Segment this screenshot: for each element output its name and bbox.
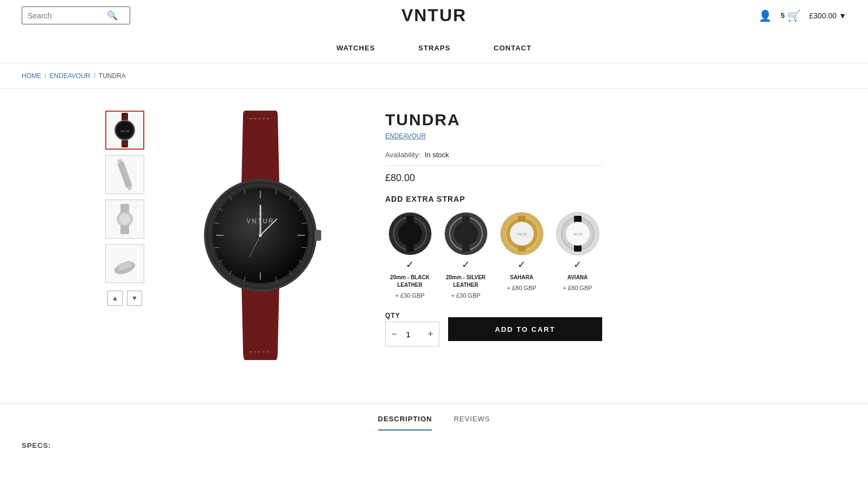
header: 🔍 VNTUR 👤 5 🛒 £300.00 ▼ (0, 0, 868, 31)
nav-item-watches[interactable]: WATCHES (336, 44, 375, 52)
strap-name-4: AVIANA (567, 274, 588, 281)
strap-price-1: + £30 GBP (395, 292, 424, 299)
product-info: TUNDRA ENDEAVOUR Availability: In stock … (374, 111, 602, 360)
qty-input[interactable] (403, 322, 422, 346)
qty-label: QTY (385, 312, 439, 319)
search-icon: 🔍 (107, 10, 118, 21)
availability-value: In stock (425, 151, 449, 159)
nav-item-contact[interactable]: CONTACT (494, 44, 532, 52)
strap-check-1: ✓ (406, 259, 414, 271)
strap-check-4: ✓ (573, 259, 582, 271)
svg-rect-49 (406, 216, 414, 222)
main-nav: WATCHES STRAPS CONTACT (0, 31, 868, 63)
svg-text:VNTUR: VNTUR (573, 233, 583, 236)
availability-label: Availability: (385, 151, 420, 159)
qty-increase-button[interactable]: + (422, 322, 439, 346)
thumb-down-button[interactable]: ▼ (127, 291, 142, 306)
thumbnail-1[interactable]: VNTUR (105, 111, 144, 150)
search-input[interactable] (28, 11, 104, 20)
cart-count: 5 (781, 11, 784, 20)
extra-strap-title: ADD EXTRA STRAP (385, 195, 602, 203)
qty-decrease-button[interactable]: − (386, 322, 403, 346)
breadcrumb: HOME / ENDEAVOUR / TUNDRA (0, 63, 868, 89)
cart-icon: 🛒 (787, 9, 801, 22)
user-icon[interactable]: 👤 (758, 9, 772, 22)
header-right: 👤 5 🛒 £300.00 ▼ (758, 9, 846, 22)
svg-point-55 (454, 222, 478, 246)
tab-description[interactable]: DESCRIPTION (378, 415, 432, 431)
breadcrumb-sep-1: / (44, 72, 46, 80)
strap-image-1 (388, 212, 432, 255)
strap-price-2: + £30 GBP (451, 292, 480, 299)
svg-rect-18 (315, 230, 321, 241)
strap-image-3: VNTUR (500, 212, 544, 255)
availability-row: Availability: In stock (385, 151, 602, 166)
search-box[interactable]: 🔍 (22, 7, 130, 24)
nav-item-straps[interactable]: STRAPS (418, 44, 450, 52)
svg-rect-57 (518, 216, 526, 222)
svg-rect-0 (122, 113, 128, 120)
currency-selector[interactable]: £300.00 ▼ (809, 11, 846, 20)
cart-area[interactable]: 5 🛒 (781, 9, 800, 22)
chevron-down-icon: ▼ (839, 11, 846, 20)
product-area: VNTUR ▲ ▼ (81, 89, 787, 382)
main-product-image: VNTUR ▽ (168, 111, 353, 360)
strap-option-1[interactable]: ✓ 20mm - BLACKLEATHER + £30 GBP (385, 212, 435, 299)
breadcrumb-endeavour[interactable]: ENDEAVOUR (49, 72, 90, 80)
thumbnail-2[interactable] (105, 155, 144, 194)
strap-option-4[interactable]: VNTUR ✓ AVIANA + £80 GBP (553, 212, 602, 299)
strap-option-2[interactable]: ✓ 20mm - SILVERLEATHER + £30 GBP (441, 212, 490, 299)
svg-text:VNTUR: VNTUR (517, 233, 527, 236)
strap-check-2: ✓ (462, 259, 470, 271)
svg-point-9 (119, 214, 130, 224)
strap-name-2: 20mm - SILVERLEATHER (446, 274, 486, 289)
strap-check-3: ✓ (518, 259, 526, 271)
tabs-header: DESCRIPTION REVIEWS (22, 404, 846, 431)
thumbnail-list: VNTUR ▲ ▼ (103, 111, 146, 360)
tabs-section: DESCRIPTION REVIEWS (0, 403, 868, 431)
svg-rect-53 (462, 216, 470, 222)
svg-text:VNTUR: VNTUR (120, 130, 130, 133)
qty-group: QTY − + (385, 312, 439, 346)
add-to-cart-button[interactable]: ADD TO CART (448, 317, 602, 341)
qty-cart-row: QTY − + ADD TO CART (385, 312, 602, 346)
svg-point-51 (398, 222, 422, 246)
svg-rect-50 (406, 245, 414, 252)
strap-image-2 (444, 212, 488, 255)
svg-rect-63 (574, 245, 582, 252)
strap-price-3: + £80 GBP (507, 285, 536, 291)
breadcrumb-sep-2: / (93, 72, 95, 80)
product-title: TUNDRA (385, 111, 602, 129)
svg-rect-6 (117, 161, 132, 188)
thumb-up-button[interactable]: ▲ (107, 291, 123, 306)
strap-option-3[interactable]: VNTUR ✓ SAHARA + £80 GBP (497, 212, 546, 299)
svg-point-47 (259, 234, 262, 237)
brand-logo: VNTUR (401, 5, 467, 25)
breadcrumb-current: TUNDRA (99, 72, 126, 80)
svg-rect-54 (462, 245, 470, 252)
svg-rect-1 (122, 140, 128, 147)
product-price: £80.00 (385, 172, 602, 184)
specs-label: SPECS: (22, 441, 51, 450)
thumbnail-3[interactable] (105, 200, 144, 239)
product-brand-link[interactable]: ENDEAVOUR (385, 132, 426, 140)
thumbnail-4[interactable] (105, 244, 144, 283)
strap-image-4: VNTUR (556, 212, 599, 255)
strap-options: ✓ 20mm - BLACKLEATHER + £30 GBP ✓ 20mm -… (385, 212, 602, 299)
strap-price-4: + £80 GBP (563, 285, 592, 291)
svg-rect-62 (574, 216, 582, 222)
thumbnail-nav: ▲ ▼ (107, 291, 142, 306)
strap-name-1: 20mm - BLACKLEATHER (390, 274, 430, 289)
qty-control: − + (385, 322, 439, 346)
strap-name-3: SAHARA (510, 274, 533, 281)
svg-rect-58 (518, 245, 526, 252)
breadcrumb-home[interactable]: HOME (22, 72, 41, 80)
tab-reviews[interactable]: REVIEWS (454, 415, 490, 431)
currency-value: £300.00 (809, 11, 837, 20)
specs-section: SPECS: (0, 431, 868, 460)
